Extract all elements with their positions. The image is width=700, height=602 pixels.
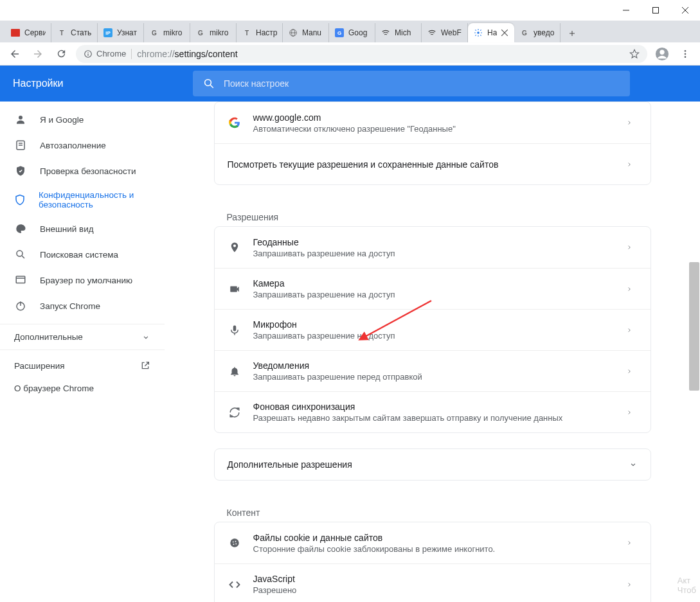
- site-info-button[interactable]: Chrome: [84, 49, 126, 58]
- content-section-title: Контент: [214, 496, 651, 522]
- permission-icon: [228, 323, 242, 337]
- external-link-icon: [140, 360, 150, 371]
- sidebar-item-about-chrome[interactable]: О браузере Chrome: [0, 377, 165, 400]
- sidebar-item-default-browser[interactable]: Браузер по умолчанию: [0, 267, 165, 293]
- browser-tab[interactable]: TНастр: [237, 23, 283, 42]
- row-title: Уведомления: [253, 360, 615, 371]
- sidebar-item-safety-check[interactable]: Проверка безопасности: [0, 158, 165, 184]
- browser-tab[interactable]: Gmikro: [144, 23, 190, 42]
- svg-rect-28: [16, 276, 25, 283]
- chevron-right-icon: [626, 285, 638, 294]
- permission-row[interactable]: ГеоданныеЗапрашивать разрешение на досту…: [215, 227, 651, 268]
- chevron-right-icon: [626, 326, 638, 335]
- tab-title: На: [487, 28, 497, 37]
- permission-row[interactable]: Фоновая синхронизацияРазрешать недавно з…: [215, 391, 651, 432]
- permission-icon: [228, 364, 242, 378]
- settings-content[interactable]: www.google.com Автоматически отключено р…: [165, 102, 700, 602]
- sidebar-item-search-engine[interactable]: Поисковая система: [0, 242, 165, 267]
- new-tab-button[interactable]: [563, 24, 581, 42]
- svg-rect-1: [653, 8, 659, 13]
- tab-favicon: G: [195, 28, 206, 38]
- tab-favicon: [381, 28, 391, 38]
- recent-site-row[interactable]: www.google.com Автоматически отключено р…: [215, 102, 651, 143]
- row-subtitle: Запрашивать разрешение на доступ: [253, 331, 615, 341]
- nav-back-button[interactable]: [6, 46, 23, 62]
- row-title: Микрофон: [253, 319, 615, 330]
- tab-favicon: IP: [103, 28, 113, 38]
- permission-row[interactable]: КамераЗапрашивать разрешение на доступ: [215, 268, 651, 309]
- svg-point-26: [17, 251, 22, 256]
- tab-favicon: T: [57, 28, 67, 38]
- sidebar-item-appearance[interactable]: Внешний вид: [0, 216, 165, 242]
- row-title: Фоновая синхронизация: [253, 402, 615, 412]
- chevron-right-icon: [626, 580, 638, 589]
- permission-row[interactable]: УведомленияЗапрашивать разрешение перед …: [215, 350, 651, 391]
- nav-forward-button[interactable]: [30, 46, 46, 62]
- content-icon: [228, 578, 242, 592]
- row-subtitle: Сторонние файлы cookie заблокированы в р…: [253, 544, 615, 554]
- row-subtitle: Разрешать недавно закрытым сайтам заверш…: [253, 413, 615, 423]
- tab-title: уведо: [534, 28, 554, 37]
- browser-tab[interactable]: Серви: [5, 23, 51, 42]
- scrollbar-thumb[interactable]: [689, 262, 699, 391]
- row-title: Дополнительные разрешения: [228, 459, 352, 470]
- window-minimize-button[interactable]: [611, 0, 641, 21]
- profile-avatar-button[interactable]: [654, 46, 670, 62]
- browser-tab[interactable]: Gmikro: [190, 23, 237, 42]
- chevron-right-icon: [626, 538, 638, 547]
- tab-favicon: [473, 28, 483, 38]
- sidebar-item-label: Поисковая система: [40, 250, 118, 260]
- window-maximize-button[interactable]: [641, 0, 670, 21]
- additional-permissions-row[interactable]: Дополнительные разрешения: [214, 448, 651, 481]
- browser-tab[interactable]: Mich: [375, 23, 422, 42]
- row-title: Геоданные: [253, 237, 615, 247]
- permissions-section-title: Разрешения: [214, 200, 651, 226]
- nav-reload-button[interactable]: [53, 46, 69, 62]
- sidebar-item-label: Я и Google: [40, 115, 84, 125]
- browser-tab[interactable]: Gуведо: [514, 23, 561, 42]
- sidebar-item-privacy-security[interactable]: Конфиденциальность и безопасность: [0, 184, 165, 216]
- tab-title: Серви: [24, 28, 46, 37]
- address-bar[interactable]: Chrome chrome://settings/content: [76, 45, 647, 63]
- tab-close-button[interactable]: [501, 29, 508, 37]
- sidebar-item-on-startup[interactable]: Запуск Chrome: [0, 293, 165, 319]
- row-subtitle: Запрашивать разрешение перед отправкой: [253, 372, 615, 382]
- chevron-right-icon: [626, 118, 638, 127]
- settings-search[interactable]: [193, 71, 630, 96]
- tab-favicon: [427, 28, 437, 38]
- settings-search-input[interactable]: [224, 78, 620, 89]
- view-permissions-row[interactable]: Посмотреть текущие разрешения и сохранен…: [215, 143, 651, 184]
- tab-title: mikro: [163, 28, 182, 37]
- browser-tab[interactable]: На: [468, 23, 514, 42]
- svg-rect-24: [19, 143, 22, 144]
- bookmark-star-icon[interactable]: [629, 49, 640, 59]
- svg-point-36: [233, 544, 234, 545]
- content-setting-row[interactable]: JavaScriptРазрешено: [215, 563, 651, 602]
- sidebar-item-label: Автозаполнение: [40, 141, 106, 150]
- content-setting-row[interactable]: Файлы cookie и данные сайтовСторонние фа…: [215, 522, 651, 563]
- sidebar-item-autofill[interactable]: Автозаполнение: [0, 132, 165, 158]
- browser-tab[interactable]: IPУзнат: [98, 23, 144, 42]
- window-close-button[interactable]: [670, 0, 700, 21]
- sidebar-item-you-and-google[interactable]: Я и Google: [0, 107, 165, 132]
- browser-tab[interactable]: WebF: [422, 23, 468, 42]
- browser-menu-button[interactable]: [677, 46, 694, 62]
- browser-tab[interactable]: Manu: [283, 23, 329, 42]
- site-info-label: Chrome: [96, 49, 126, 58]
- permission-icon: [228, 282, 242, 296]
- row-title: www.google.com: [253, 112, 615, 123]
- row-subtitle: Запрашивать разрешение на доступ: [253, 290, 615, 299]
- sidebar-advanced-toggle[interactable]: Дополнительные: [0, 324, 165, 350]
- svg-point-7: [477, 31, 480, 34]
- browser-tab[interactable]: TСтать: [51, 23, 98, 42]
- sidebar-item-extensions[interactable]: Расширения: [0, 354, 165, 377]
- google-favicon: [228, 116, 242, 130]
- page-url: chrome://settings/content: [137, 49, 237, 59]
- svg-point-22: [19, 116, 22, 120]
- browser-tab[interactable]: GGoog: [329, 23, 375, 42]
- chevron-down-icon: [629, 460, 638, 469]
- permission-row[interactable]: МикрофонЗапрашивать разрешение на доступ: [215, 309, 651, 350]
- tab-title: Mich: [395, 28, 411, 37]
- tab-favicon: [10, 28, 21, 38]
- svg-point-20: [205, 80, 211, 86]
